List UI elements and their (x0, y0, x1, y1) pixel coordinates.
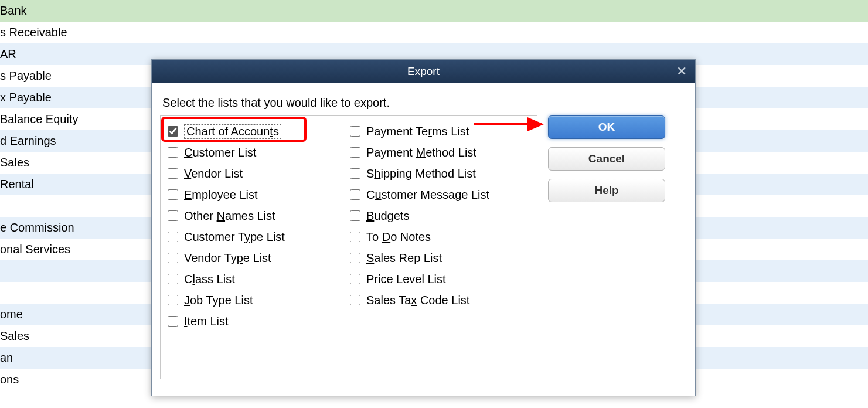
checkbox-label-payment_terms_list: Payment Terms List (366, 125, 469, 138)
account-row[interactable]: Bank (0, 0, 868, 22)
checkbox-shipping_method_list[interactable]: Shipping Method List (349, 163, 531, 184)
checkbox-employee_list[interactable]: Employee List (166, 184, 349, 205)
checkbox-label-vendor_type_list: Vendor Type List (184, 251, 271, 265)
checkbox-input-customer_type_list[interactable] (168, 232, 178, 242)
checkbox-input-sales_tax_code_list[interactable] (350, 295, 360, 305)
checkbox-label-vendor_list: Vendor List (184, 167, 243, 181)
dialog-instruction: Select the lists that you would like to … (162, 96, 682, 110)
dialog-buttons: OK Cancel Help (548, 115, 665, 202)
checkbox-item_list[interactable]: Item List (166, 311, 349, 332)
account-row[interactable]: s Receivable (0, 22, 868, 43)
checkbox-label-payment_method_list: Payment Method List (366, 146, 476, 159)
checkbox-input-vendor_list[interactable] (168, 168, 178, 179)
checkbox-customer_type_list[interactable]: Customer Type List (166, 226, 349, 247)
checkbox-customer_list[interactable]: Customer List (166, 142, 349, 163)
checkbox-job_type_list[interactable]: Job Type List (166, 290, 349, 311)
checkbox-input-other_names_list[interactable] (168, 210, 178, 221)
checkbox-payment_terms_list[interactable]: Payment Terms List (349, 121, 531, 142)
cancel-button[interactable]: Cancel (548, 147, 665, 171)
checkbox-chart_of_accounts[interactable]: Chart of Accounts (166, 121, 349, 142)
checkbox-label-customer_list: Customer List (184, 146, 256, 159)
checkbox-label-other_names_list: Other Names List (184, 209, 275, 223)
ok-button[interactable]: OK (548, 115, 665, 139)
checkbox-input-payment_method_list[interactable] (350, 147, 360, 158)
checkbox-input-employee_list[interactable] (168, 189, 178, 200)
export-dialog: Export ✕ Select the lists that you would… (151, 59, 696, 396)
help-button[interactable]: Help (548, 179, 665, 202)
checkbox-input-budgets[interactable] (350, 210, 360, 221)
checkbox-to_do_notes[interactable]: To Do Notes (349, 226, 531, 247)
checkbox-customer_message_list[interactable]: Customer Message List (349, 184, 531, 205)
checkbox-input-shipping_method_list[interactable] (350, 168, 360, 179)
checkbox-class_list[interactable]: Class List (166, 268, 349, 290)
checkbox-label-to_do_notes: To Do Notes (366, 230, 431, 244)
checkbox-input-item_list[interactable] (168, 316, 178, 327)
checkbox-input-vendor_type_list[interactable] (168, 253, 178, 263)
checkbox-payment_method_list[interactable]: Payment Method List (349, 142, 531, 163)
checkbox-col-2: Payment Terms ListPayment Method ListShi… (349, 121, 531, 374)
checkbox-col-1: Chart of AccountsCustomer ListVendor Lis… (166, 121, 349, 374)
checkbox-label-class_list: Class List (184, 273, 235, 286)
close-icon[interactable]: ✕ (676, 60, 687, 83)
checkbox-input-customer_message_list[interactable] (350, 189, 360, 200)
checkbox-label-shipping_method_list: Shipping Method List (366, 167, 476, 181)
checkbox-input-class_list[interactable] (168, 274, 178, 284)
checkbox-label-customer_message_list: Customer Message List (366, 188, 489, 202)
checkbox-sales_rep_list[interactable]: Sales Rep List (349, 247, 531, 268)
checkbox-label-sales_tax_code_list: Sales Tax Code List (366, 294, 469, 307)
checkbox-label-budgets: Budgets (366, 209, 409, 223)
checkbox-vendor_list[interactable]: Vendor List (166, 163, 349, 184)
checkbox-input-sales_rep_list[interactable] (350, 253, 360, 263)
checkbox-label-chart_of_accounts: Chart of Accounts (184, 124, 281, 139)
checkbox-label-employee_list: Employee List (184, 188, 258, 202)
checkbox-panel: Chart of AccountsCustomer ListVendor Lis… (160, 115, 537, 379)
checkbox-budgets[interactable]: Budgets (349, 205, 531, 226)
checkbox-label-customer_type_list: Customer Type List (184, 230, 285, 244)
checkbox-input-chart_of_accounts[interactable] (168, 126, 178, 137)
checkbox-input-price_level_list[interactable] (350, 274, 360, 284)
dialog-body: Select the lists that you would like to … (152, 83, 695, 396)
dialog-title: Export (407, 65, 440, 78)
checkbox-input-to_do_notes[interactable] (350, 232, 360, 242)
checkbox-input-payment_terms_list[interactable] (350, 126, 360, 137)
checkbox-vendor_type_list[interactable]: Vendor Type List (166, 247, 349, 268)
checkbox-input-customer_list[interactable] (168, 147, 178, 158)
dialog-titlebar: Export ✕ (152, 60, 695, 83)
checkbox-label-item_list: Item List (184, 315, 229, 328)
checkbox-sales_tax_code_list[interactable]: Sales Tax Code List (349, 290, 531, 311)
checkbox-label-sales_rep_list: Sales Rep List (366, 251, 442, 265)
checkbox-price_level_list[interactable]: Price Level List (349, 268, 531, 290)
checkbox-input-job_type_list[interactable] (168, 295, 178, 305)
checkbox-other_names_list[interactable]: Other Names List (166, 205, 349, 226)
checkbox-label-price_level_list: Price Level List (366, 273, 446, 286)
checkbox-label-job_type_list: Job Type List (184, 294, 253, 307)
